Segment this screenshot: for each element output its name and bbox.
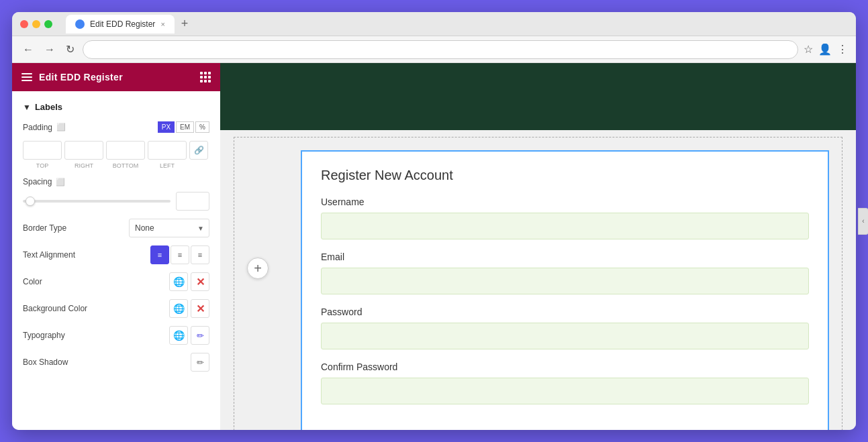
active-tab[interactable]: Edit EDD Register ×: [66, 15, 175, 34]
typography-pencil-btn[interactable]: ✏: [191, 326, 209, 345]
spacing-slider-thumb[interactable]: [26, 197, 35, 206]
box-shadow-pencil-btn[interactable]: ✏: [191, 353, 209, 372]
align-left-btn[interactable]: ≡: [150, 245, 169, 264]
border-type-select[interactable]: None Solid Dashed Dotted: [129, 219, 209, 237]
section-arrow: ▼: [23, 103, 31, 112]
padding-bottom[interactable]: [106, 141, 145, 160]
spacing-control: [23, 192, 209, 211]
new-tab-button[interactable]: +: [177, 17, 193, 31]
section-label: Labels: [35, 102, 62, 112]
confirm-password-label: Confirm Password: [321, 362, 809, 372]
bg-color-label: Background Color: [23, 304, 87, 313]
close-button[interactable]: [20, 20, 28, 28]
toolbar-actions: ☆ 👤 ⋮: [804, 43, 848, 56]
bg-color-controls: 🌐 ✕: [169, 299, 209, 318]
typography-globe-btn[interactable]: 🌐: [169, 326, 188, 345]
spacing-input[interactable]: [176, 192, 209, 211]
box-shadow-controls: ✏: [191, 353, 209, 372]
back-button[interactable]: ←: [20, 42, 36, 57]
align-center-btn[interactable]: ≡: [171, 245, 189, 264]
browser-toolbar: ← → ↻ ☆ 👤 ⋮: [12, 36, 856, 63]
spacing-monitor-icon: ⬜: [56, 178, 65, 186]
label-right: RIGHT: [64, 162, 103, 169]
padding-label: Padding ⬜: [23, 123, 66, 132]
tab-favicon: [75, 19, 85, 29]
password-label: Password: [321, 307, 809, 317]
typography-row: Typography 🌐 ✏: [23, 326, 209, 345]
typography-controls: 🌐 ✏: [169, 326, 209, 345]
padding-top[interactable]: [23, 141, 62, 160]
color-slash-icon: ✕: [196, 276, 205, 288]
browser-content: Edit EDD Register ▼ Labels P: [12, 63, 856, 430]
email-group: Email: [321, 252, 809, 294]
color-globe-btn[interactable]: 🌐: [169, 272, 188, 291]
browser-window: Edit EDD Register × + ← → ↻ ☆ 👤 ⋮: [12, 12, 856, 430]
bg-color-globe-btn[interactable]: 🌐: [169, 299, 188, 318]
padding-left[interactable]: [148, 141, 187, 160]
canvas-content: + Register New Account Username Email: [220, 137, 856, 430]
padding-monitor-icon: ⬜: [56, 123, 66, 131]
tab-label: Edit EDD Register: [90, 19, 155, 29]
box-shadow-label: Box Shadow: [23, 357, 68, 367]
unit-em[interactable]: EM: [176, 121, 194, 133]
register-form-panel: Register New Account Username Email Pass…: [301, 150, 829, 430]
padding-right[interactable]: [64, 141, 103, 160]
password-group: Password: [321, 307, 809, 349]
add-content-button[interactable]: +: [247, 258, 269, 279]
border-type-label: Border Type: [23, 223, 66, 233]
profile-icon[interactable]: 👤: [818, 43, 832, 56]
sidebar-header: Edit EDD Register: [12, 63, 220, 91]
bookmark-icon[interactable]: ☆: [804, 43, 813, 56]
username-group: Username: [321, 197, 809, 239]
sidebar-panel: Edit EDD Register ▼ Labels P: [12, 63, 220, 430]
canvas-area: + Register New Account Username Email: [220, 63, 856, 430]
sidebar-body: ▼ Labels Padding ⬜ PX EM %: [12, 91, 220, 430]
color-controls: 🌐 ✕: [169, 272, 209, 291]
color-slash-btn[interactable]: ✕: [191, 272, 209, 291]
label-left: LEFT: [148, 162, 187, 169]
sidebar-title: Edit EDD Register: [39, 72, 123, 82]
padding-link-btn[interactable]: 🔗: [189, 141, 208, 160]
forward-button[interactable]: →: [42, 42, 58, 57]
align-buttons: ≡ ≡ ≡: [150, 245, 209, 264]
text-alignment-label: Text Alignment: [23, 250, 75, 260]
border-type-select-wrapper: None Solid Dashed Dotted ▼: [129, 219, 209, 237]
label-top: TOP: [23, 162, 62, 169]
box-shadow-row: Box Shadow ✏: [23, 353, 209, 372]
align-right-btn[interactable]: ≡: [191, 245, 209, 264]
bg-slash-icon: ✕: [196, 302, 205, 315]
address-bar[interactable]: [83, 40, 798, 59]
padding-label-text: Padding: [23, 123, 52, 132]
confirm-password-group: Confirm Password: [321, 362, 809, 404]
grid-icon[interactable]: [200, 72, 211, 82]
tab-close-btn[interactable]: ×: [160, 20, 164, 28]
sidebar-header-left: Edit EDD Register: [21, 72, 123, 82]
color-globe-icon: 🌐: [173, 276, 185, 287]
email-input[interactable]: [321, 268, 809, 294]
typography-globe-icon: 🌐: [173, 330, 185, 341]
spacing-header: Spacing ⬜: [23, 177, 209, 186]
menu-icon[interactable]: ⋮: [837, 43, 848, 56]
color-row: Color 🌐 ✕: [23, 272, 209, 291]
browser-titlebar: Edit EDD Register × +: [12, 12, 856, 36]
tab-bar: Edit EDD Register × +: [66, 15, 192, 34]
bg-color-slash-btn[interactable]: ✕: [191, 299, 209, 318]
maximize-button[interactable]: [44, 20, 52, 28]
box-shadow-pencil-icon: ✏: [197, 357, 204, 368]
bg-globe-icon: 🌐: [173, 303, 185, 314]
form-title: Register New Account: [321, 168, 809, 183]
unit-percent[interactable]: %: [195, 121, 209, 133]
traffic-lights: [20, 20, 52, 28]
hamburger-icon[interactable]: [21, 73, 32, 81]
refresh-button[interactable]: ↻: [63, 42, 77, 57]
confirm-password-input[interactable]: [321, 378, 809, 404]
password-input[interactable]: [321, 323, 809, 349]
username-input[interactable]: [321, 213, 809, 239]
spacing-slider-track[interactable]: [23, 200, 171, 203]
spacing-label: Spacing: [23, 177, 52, 186]
unit-px[interactable]: PX: [158, 121, 175, 133]
minimize-button[interactable]: [32, 20, 40, 28]
email-label: Email: [321, 252, 809, 262]
labels-section-header[interactable]: ▼ Labels: [23, 102, 209, 112]
typography-pencil-icon: ✏: [197, 331, 204, 341]
